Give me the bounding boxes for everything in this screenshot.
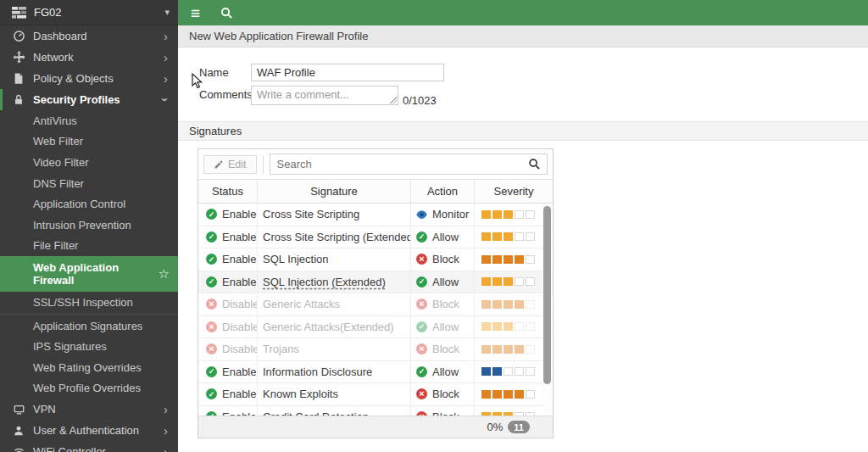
table-row[interactable]: Enable SQL Injection Block [198,248,553,271]
fortigate-logo-icon [12,7,26,19]
search-input[interactable] [270,158,521,170]
signature-label: Cross Site Scripting (Extended) [263,231,411,243]
severity-segment-filled [504,390,513,399]
sidebar-item-web-filter[interactable]: Web Filter [0,131,178,153]
severity-segment-empty [515,367,524,376]
sidebar-item-video-filter[interactable]: Video Filter [0,152,178,173]
sidebar-item-vpn[interactable]: VPN › [0,399,178,420]
column-header-signature[interactable]: Signature [258,180,411,203]
severity-bar [475,293,553,315]
table-row[interactable]: Disable Trojans Block [198,338,553,361]
severity-segment-filled [504,300,513,309]
sidebar-item-label: Security Profiles [33,93,120,106]
comments-label: Comments [199,86,251,101]
signature-label: Cross Site Scripting [263,208,359,220]
severity-bar [475,406,553,416]
status-label: Enable [222,276,256,288]
sidebar-item-label: Network [33,51,74,64]
sidebar-item-label: Web Profile Overrides [33,382,141,394]
device-selector[interactable]: FG02 ▾ [0,0,178,25]
status-label: Enable [222,231,256,243]
sidebar-item-ips-signatures[interactable]: IPS Signatures [0,336,178,357]
sidebar-item-application-control[interactable]: Application Control [0,193,178,215]
severity-segment-filled [481,322,491,331]
hamburger-menu-icon[interactable]: ≡ [191,5,200,21]
sidebar-item-dashboard[interactable]: Dashboard › [0,25,178,47]
sidebar-item-label: Web Filter [33,135,83,148]
block-x-icon [416,411,427,416]
vpn-monitor-icon [12,403,25,416]
sidebar-item-policy-objects[interactable]: Policy & Objects › [0,68,178,89]
pencil-icon [214,159,224,170]
sidebar-item-web-application-firewall[interactable]: Web Application Firewall ☆ [0,256,178,292]
sidebar-item-label: Policy & Objects [33,72,114,85]
severity-segment-filled [481,390,491,399]
sidebar-item-antivirus[interactable]: AntiVirus [0,110,178,131]
table-row[interactable]: Disable Generic Attacks Block [198,293,553,316]
column-header-status[interactable]: Status [198,180,258,203]
table-scrollbar[interactable] [542,204,552,415]
severity-segment-filled [481,277,491,286]
chevron-right-icon: › [164,445,168,452]
signature-label: Generic Attacks(Extended) [263,321,394,333]
severity-segment-filled [492,210,502,219]
table-row[interactable]: Enable Information Disclosure Allow [198,361,553,384]
global-search-icon[interactable] [220,7,233,20]
sidebar-item-wifi-controller[interactable]: WiFi Controller › [0,441,178,452]
action-label: Block [432,343,459,355]
sidebar: FG02 ▾ Dashboard › Network › Policy & Ob… [0,0,178,452]
severity-segment-filled [504,322,513,331]
severity-segment-filled [492,367,502,376]
severity-segment-empty [526,255,535,264]
sidebar-item-network[interactable]: Network › [0,47,178,68]
column-header-severity[interactable]: Severity [475,180,553,203]
name-field[interactable] [251,64,444,81]
signatures-section-title: Signatures [189,125,242,137]
edit-button[interactable]: Edit [203,155,257,174]
sidebar-item-dns-filter[interactable]: DNS Filter [0,173,178,194]
monitor-eye-icon [416,209,427,220]
sidebar-item-label: Video Filter [33,156,89,169]
table-row[interactable]: Enable Cross Site Scripting (Extended) A… [198,226,553,249]
severity-segment-filled [492,255,502,264]
sidebar-item-user-authentication[interactable]: User & Authentication › [0,420,178,441]
table-header-row: Status Signature Action Severity [198,179,553,204]
network-move-icon [12,51,25,64]
sidebar-item-ssl-ssh-inspection[interactable]: SSL/SSH Inspection [0,292,178,313]
severity-bar [475,383,553,405]
table-row[interactable]: Enable Cross Site Scripting Monitor [198,204,553,226]
sidebar-item-label: WiFi Controller [33,445,106,452]
sidebar-item-label: File Filter [33,239,78,252]
sidebar-item-intrusion-prevention[interactable]: Intrusion Prevention [0,215,178,236]
chevron-right-icon: › [164,72,168,85]
search-icon[interactable] [521,158,547,170]
sidebar-item-web-profile-overrides[interactable]: Web Profile Overrides [0,378,178,399]
table-rows: Enable Cross Site Scripting Monitor Enab… [198,204,553,416]
table-row[interactable]: Enable SQL Injection (Extended) Allow [198,271,553,294]
action-label: Allow [432,366,459,378]
table-row[interactable]: Enable Known Exploits Block [198,383,553,406]
severity-segment-empty [526,367,535,376]
sidebar-item-application-signatures[interactable]: Application Signatures [0,315,178,337]
user-icon [12,424,25,438]
sidebar-item-label: Application Control [33,198,125,210]
device-name: FG02 [34,6,62,19]
comments-field[interactable] [251,86,398,105]
table-row[interactable]: Disable Generic Attacks(Extended) Allow [198,316,553,339]
block-x-icon [416,343,427,354]
sidebar-item-label: AntiVirus [33,114,77,127]
allow-check-icon [416,276,427,287]
status-icon [206,343,217,354]
scrollbar-thumb[interactable] [543,206,551,384]
device-dropdown-caret-icon[interactable]: ▾ [164,7,170,18]
signature-label: Known Exploits [263,388,338,400]
sidebar-item-file-filter[interactable]: File Filter [0,236,178,257]
table-row[interactable]: Enable Credit Card Detection Block [198,406,553,416]
column-header-action[interactable]: Action [411,180,475,203]
status-label: Disable [222,298,258,310]
favorite-star-icon[interactable]: ☆ [159,266,170,282]
sidebar-item-web-rating-overrides[interactable]: Web Rating Overrides [0,357,178,378]
severity-segment-filled [515,255,524,264]
sidebar-item-security-profiles[interactable]: Security Profiles › [0,89,178,110]
severity-bar [475,271,553,293]
